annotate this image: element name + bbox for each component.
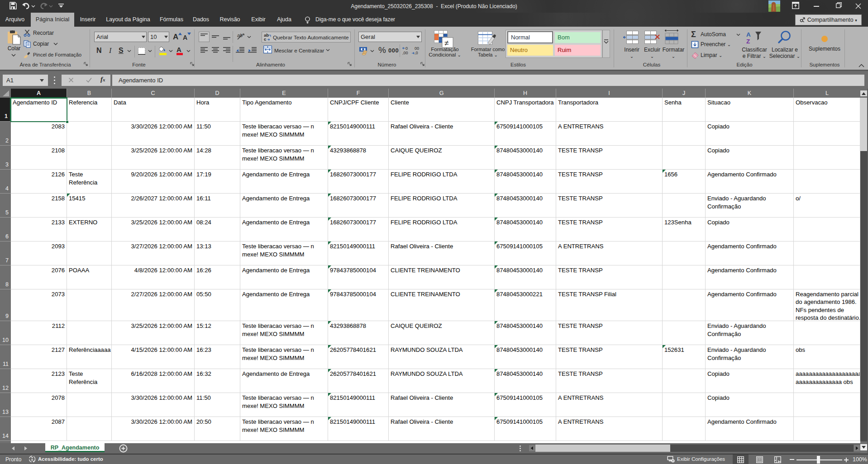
svg-text:,00: ,00 bbox=[402, 51, 408, 55]
svg-text:ab: ab bbox=[237, 33, 243, 38]
svg-text:,0: ,0 bbox=[415, 51, 418, 55]
svg-text:0: 0 bbox=[405, 46, 408, 51]
svg-text:Z: Z bbox=[746, 38, 750, 44]
svg-text:00: 00 bbox=[415, 46, 419, 51]
svg-text:c: c bbox=[264, 37, 266, 42]
svg-text:A: A bbox=[746, 31, 751, 38]
